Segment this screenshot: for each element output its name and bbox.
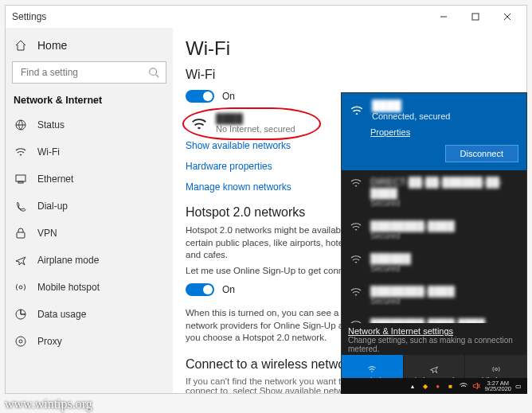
svg-rect-7	[16, 175, 25, 181]
hotspot-toggle-state: On	[222, 284, 235, 295]
sidebar-home-label: Home	[37, 39, 67, 52]
flyout-network-item[interactable]: ████████-████-████	[342, 312, 526, 323]
taskbar-tray: ▴ ◆ ● ■ 3:27 AM 9/25/2020 ▭	[341, 378, 527, 394]
wifi-icon	[350, 103, 364, 118]
tray-app2-icon[interactable]: ■	[445, 380, 456, 392]
tray-defender-icon[interactable]: ◆	[420, 380, 431, 392]
wifi-icon	[350, 286, 362, 298]
wifi-icon	[350, 220, 362, 233]
maximize-button[interactable]	[460, 6, 491, 28]
flyout-connected-ssid: ████	[372, 99, 450, 111]
wifi-icon	[350, 177, 362, 189]
proxy-icon	[14, 334, 28, 349]
flyout-network-item[interactable]: DIRECT-██-██-██████-██-████Secured	[342, 170, 526, 214]
flyout-connected-status: Connected, secured	[372, 111, 450, 121]
sidebar-item-label: Data usage	[37, 309, 86, 320]
wifi-icon	[14, 145, 28, 159]
flyout-network-item[interactable]: ████████-████Secured	[342, 214, 526, 247]
tray-app-icon[interactable]: ●	[432, 380, 444, 392]
sidebar-home[interactable]: Home	[6, 33, 173, 58]
svg-point-4	[150, 68, 157, 76]
sidebar-item-proxy[interactable]: Proxy	[6, 329, 173, 354]
minimize-button[interactable]	[428, 6, 460, 28]
data-usage-icon	[14, 307, 28, 321]
search-field[interactable]	[19, 66, 148, 79]
sidebar-item-status[interactable]: Status	[6, 112, 173, 138]
flyout-settings[interactable]: Network & Internet settings Change setti…	[342, 323, 526, 355]
svg-rect-8	[18, 181, 23, 183]
status-icon	[14, 118, 28, 132]
network-flyout: ████ Connected, secured Properties Disco…	[341, 92, 527, 394]
tray-volume-icon[interactable]	[471, 380, 482, 392]
sidebar: Home Network & Internet Status Wi-Fi Eth…	[6, 28, 173, 393]
titlebar: Settings	[6, 6, 526, 28]
sidebar-item-airplane[interactable]: Airplane mode	[6, 247, 173, 273]
sidebar-item-label: Mobile hotspot	[37, 282, 100, 293]
home-icon	[14, 38, 28, 53]
sidebar-item-dialup[interactable]: Dial-up	[6, 193, 173, 219]
svg-line-5	[156, 75, 159, 78]
dialup-icon	[14, 199, 28, 213]
flyout-network-list: DIRECT-██-██-██████-██-████Secured █████…	[342, 170, 526, 323]
tray-notifications-icon[interactable]: ▭	[513, 380, 524, 392]
vpn-icon	[14, 226, 28, 240]
page-title: Wi-Fi	[186, 37, 517, 60]
flyout-settings-sub: Change settings, such as making a connec…	[348, 336, 520, 353]
wifi-icon	[190, 115, 208, 133]
flyout-network-item[interactable]: ████████-████Secured	[342, 279, 526, 312]
watermark: www.wintips.org	[5, 397, 92, 411]
wifi-heading: Wi-Fi	[186, 68, 517, 82]
wifi-icon	[350, 253, 362, 266]
airplane-icon	[14, 253, 28, 267]
hotspot-toggle[interactable]: On	[186, 283, 235, 296]
sidebar-item-label: VPN	[37, 228, 57, 239]
ethernet-icon	[14, 172, 28, 186]
svg-point-13	[19, 340, 22, 343]
svg-point-12	[16, 337, 25, 346]
flyout-properties-link[interactable]: Properties	[370, 127, 518, 137]
sidebar-item-hotspot[interactable]: Mobile hotspot	[6, 275, 173, 300]
sidebar-item-label: Ethernet	[37, 173, 73, 185]
flyout-settings-title: Network & Internet settings	[348, 326, 520, 336]
svg-point-10	[19, 286, 22, 289]
search-icon	[148, 67, 159, 78]
sidebar-item-ethernet[interactable]: Ethernet	[6, 166, 173, 192]
flyout-network-item[interactable]: ██████Secured	[342, 247, 526, 279]
current-status: No Internet, secured	[216, 124, 295, 134]
svg-rect-1	[472, 14, 479, 20]
sidebar-item-label: Airplane mode	[37, 255, 99, 266]
tray-clock[interactable]: 3:27 AM 9/25/2020	[485, 380, 511, 392]
tray-network-icon[interactable]	[458, 380, 469, 392]
window-title: Settings	[12, 11, 428, 22]
sidebar-item-vpn[interactable]: VPN	[6, 220, 173, 246]
flyout-connected[interactable]: ████ Connected, secured Properties Disco…	[342, 93, 526, 170]
sidebar-item-label: Status	[37, 119, 65, 131]
sidebar-item-label: Wi-Fi	[37, 146, 60, 158]
sidebar-item-label: Proxy	[37, 336, 62, 347]
sidebar-group-heading: Network & Internet	[6, 90, 173, 111]
tray-chevron-up-icon[interactable]: ▴	[407, 380, 418, 392]
sidebar-item-wifi[interactable]: Wi-Fi	[6, 139, 173, 165]
svg-rect-9	[17, 232, 25, 238]
sidebar-item-data[interactable]: Data usage	[6, 302, 173, 327]
current-ssid: ████	[216, 114, 295, 124]
current-network[interactable]: ████ No Internet, secured	[186, 111, 305, 137]
hotspot-icon	[14, 280, 28, 294]
sidebar-item-label: Dial-up	[37, 201, 68, 212]
svg-point-14	[495, 368, 497, 370]
wifi-toggle[interactable]: On	[186, 90, 235, 103]
disconnect-button[interactable]: Disconnect	[445, 145, 518, 162]
search-input[interactable]	[12, 61, 166, 84]
close-button[interactable]	[491, 6, 523, 28]
wifi-toggle-label: On	[222, 91, 235, 102]
